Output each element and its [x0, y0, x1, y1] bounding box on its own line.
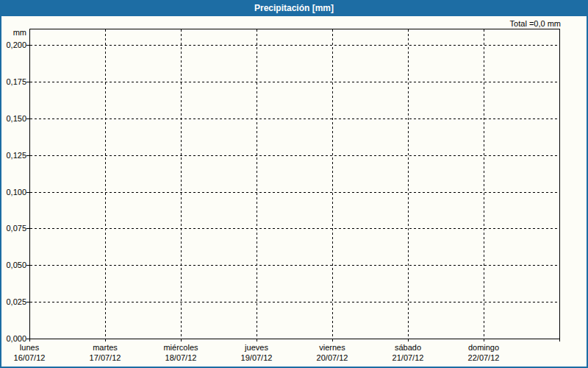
y-grid-line: [30, 265, 559, 266]
x-axis-tick: [257, 339, 257, 342]
x-grid-line: [181, 29, 182, 339]
y-tick-label: 0,000: [0, 335, 26, 343]
y-tick-label: 0,050: [0, 261, 26, 269]
x-day-label: miércoles: [163, 343, 198, 352]
y-axis-tick: [26, 118, 29, 119]
x-date-label: 19/07/12: [241, 353, 273, 362]
x-axis-tick: [332, 339, 333, 342]
y-axis-tick: [26, 302, 29, 302]
x-date-label: 16/07/12: [14, 353, 46, 362]
y-axis-tick: [26, 45, 29, 46]
x-grid-line: [105, 29, 106, 339]
x-day-label: lunes: [20, 343, 39, 352]
y-grid-line: [30, 155, 559, 156]
y-grid-line: [30, 192, 559, 193]
y-axis-tick: [26, 192, 29, 193]
x-axis-tick: [181, 339, 182, 342]
x-grid-line: [484, 29, 484, 339]
y-tick-label: 0,175: [0, 78, 26, 86]
x-axis-tick: [408, 339, 409, 342]
y-axis-tick: [26, 82, 29, 82]
x-date-label: 17/07/12: [90, 353, 121, 362]
x-axis-tick: [105, 339, 106, 342]
y-grid-line: [30, 118, 559, 119]
y-tick-label: 0,150: [0, 115, 26, 123]
x-day-label: martes: [93, 343, 118, 352]
chart-window: Precipitación [mm] Total =0,0 mm mm 0,20…: [0, 0, 588, 368]
y-grid-line: [30, 302, 559, 302]
x-axis-tick: [484, 339, 484, 342]
x-day-label: domingo: [468, 343, 499, 352]
y-axis-tick: [26, 155, 29, 156]
x-grid-line: [257, 29, 257, 339]
y-axis-tick: [26, 265, 29, 266]
x-day-label: sábado: [395, 343, 421, 352]
y-grid-line: [30, 82, 559, 82]
total-label: Total =0,0 mm: [510, 19, 561, 28]
x-day-label: viernes: [319, 343, 345, 352]
x-date-label: 18/07/12: [165, 353, 197, 362]
x-axis-tick: [559, 339, 560, 342]
x-date-label: 22/07/12: [468, 353, 500, 362]
y-tick-label: 0,075: [0, 224, 26, 233]
x-grid-line: [332, 29, 333, 339]
y-grid-line: [30, 228, 559, 229]
x-grid-line: [408, 29, 409, 339]
y-axis-tick: [26, 228, 29, 229]
plot-area: [29, 29, 560, 339]
x-day-label: jueves: [245, 343, 268, 352]
page-title: Precipitación [mm]: [254, 3, 334, 13]
x-date-label: 20/07/12: [317, 353, 348, 362]
y-tick-label: 0,125: [0, 152, 26, 160]
y-grid-line: [30, 45, 559, 46]
title-bar: Precipitación [mm]: [0, 0, 588, 16]
y-tick-label: 0,100: [0, 188, 26, 197]
x-date-label: 21/07/12: [392, 353, 424, 362]
y-tick-label: 0,200: [0, 41, 26, 49]
y-axis-unit-label: mm: [0, 29, 26, 37]
x-axis-tick: [29, 339, 30, 342]
y-tick-label: 0,025: [0, 298, 26, 306]
